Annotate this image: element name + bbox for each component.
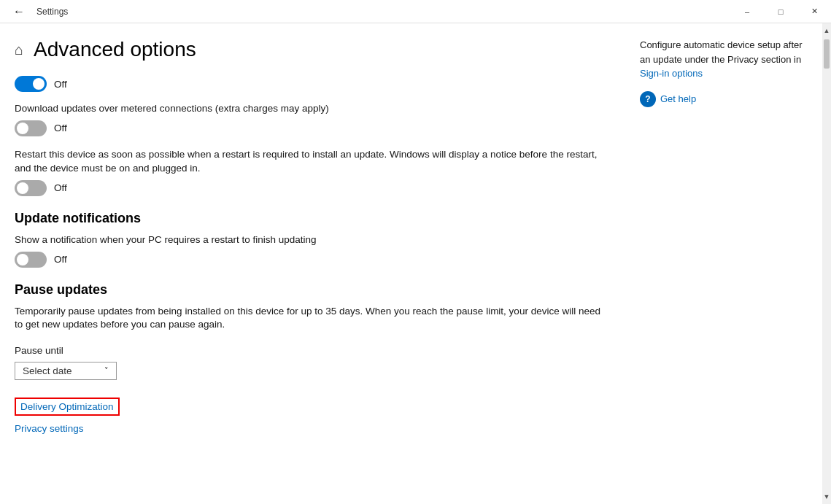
notifications-description: Show a notification when your PC require…: [15, 233, 603, 247]
notifications-toggle-container: Off: [15, 252, 603, 268]
right-panel: Configure automatic device setup after a…: [633, 23, 822, 504]
metered-toggle[interactable]: [15, 120, 47, 136]
pause-until-label: Pause until: [15, 345, 603, 356]
restart-toggle-container: Off: [15, 180, 603, 196]
metered-toggle-container: Off: [15, 120, 603, 136]
select-date-dropdown[interactable]: Select date ˅: [15, 362, 117, 380]
maximize-button[interactable]: □: [764, 0, 797, 23]
right-info-text: Configure automatic device setup after a…: [640, 38, 808, 81]
metered-setting-row: Download updates over metered connection…: [15, 102, 603, 136]
restart-toggle[interactable]: [15, 180, 47, 196]
outer-scrollbar[interactable]: ▲ ▼: [822, 23, 831, 504]
delivery-optimization-link[interactable]: Delivery Optimization: [15, 398, 120, 416]
chevron-down-icon: ˅: [104, 366, 109, 376]
main-layout: ⌂ Advanced options Off Download updates …: [0, 23, 831, 504]
back-icon[interactable]: ←: [7, 5, 31, 18]
scrollbar-thumb[interactable]: [824, 39, 830, 69]
scroll-down-arrow[interactable]: ▼: [822, 491, 831, 503]
metered-toggle-label: Off: [54, 123, 67, 133]
notifications-heading: Update notifications: [15, 211, 603, 226]
partial-toggle-label: Off: [54, 79, 67, 90]
get-help-row: ? Get help: [640, 91, 808, 107]
pause-description: Temporarily pause updates from being ins…: [15, 305, 603, 333]
page-title: Advanced options: [34, 38, 196, 61]
close-button[interactable]: ✕: [797, 0, 831, 23]
select-date-text: Select date: [23, 365, 72, 376]
metered-description: Download updates over metered connection…: [15, 102, 603, 116]
scroll-up-arrow[interactable]: ▲: [822, 25, 831, 36]
titlebar-title: Settings: [36, 7, 68, 17]
notifications-toggle[interactable]: [15, 252, 47, 268]
page-header: ⌂ Advanced options: [15, 23, 603, 73]
home-icon[interactable]: ⌂: [15, 42, 23, 58]
signin-options-link[interactable]: Sign-in options: [640, 68, 703, 79]
titlebar: ← Settings – □ ✕: [0, 0, 831, 23]
titlebar-controls: – □ ✕: [730, 0, 831, 23]
titlebar-left: ← Settings: [7, 5, 68, 18]
help-icon: ?: [640, 91, 656, 107]
right-info-static: Configure automatic device setup after a…: [640, 39, 803, 65]
partial-toggle-row: Off: [15, 73, 603, 92]
restart-toggle-label: Off: [54, 182, 67, 193]
minimize-button[interactable]: –: [730, 0, 764, 23]
left-panel: ⌂ Advanced options Off Download updates …: [0, 23, 633, 504]
restart-setting-row: Restart this device as soon as possible …: [15, 148, 603, 196]
restart-description: Restart this device as soon as possible …: [15, 148, 603, 176]
content-area: ⌂ Advanced options Off Download updates …: [0, 23, 831, 504]
partial-toggle[interactable]: [15, 76, 47, 92]
get-help-link[interactable]: Get help: [660, 93, 696, 104]
privacy-settings-link[interactable]: Privacy settings: [15, 423, 603, 434]
notifications-toggle-label: Off: [54, 254, 67, 265]
pause-heading: Pause updates: [15, 282, 603, 298]
notifications-setting-row: Show a notification when your PC require…: [15, 233, 603, 268]
